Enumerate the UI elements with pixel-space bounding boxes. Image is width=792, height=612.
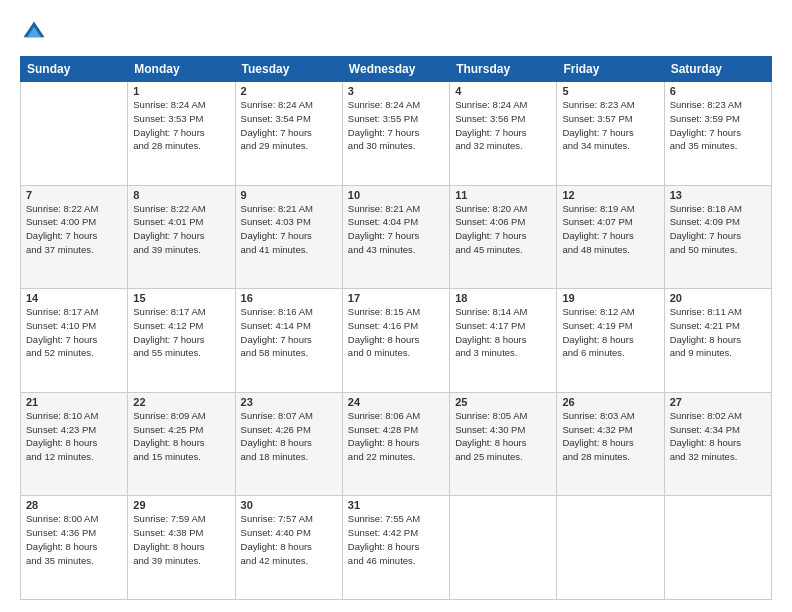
- day-cell: [21, 82, 128, 186]
- day-info: Sunrise: 8:14 AMSunset: 4:17 PMDaylight:…: [455, 305, 551, 360]
- day-cell: 16Sunrise: 8:16 AMSunset: 4:14 PMDayligh…: [235, 289, 342, 393]
- day-info: Sunrise: 8:24 AMSunset: 3:53 PMDaylight:…: [133, 98, 229, 153]
- week-row-4: 21Sunrise: 8:10 AMSunset: 4:23 PMDayligh…: [21, 392, 772, 496]
- day-info: Sunrise: 7:59 AMSunset: 4:38 PMDaylight:…: [133, 512, 229, 567]
- day-number: 29: [133, 499, 229, 511]
- day-cell: 14Sunrise: 8:17 AMSunset: 4:10 PMDayligh…: [21, 289, 128, 393]
- logo: [20, 18, 52, 46]
- day-header-saturday: Saturday: [664, 57, 771, 82]
- day-info: Sunrise: 8:05 AMSunset: 4:30 PMDaylight:…: [455, 409, 551, 464]
- week-row-5: 28Sunrise: 8:00 AMSunset: 4:36 PMDayligh…: [21, 496, 772, 600]
- day-cell: 26Sunrise: 8:03 AMSunset: 4:32 PMDayligh…: [557, 392, 664, 496]
- day-info: Sunrise: 8:24 AMSunset: 3:54 PMDaylight:…: [241, 98, 337, 153]
- day-info: Sunrise: 7:57 AMSunset: 4:40 PMDaylight:…: [241, 512, 337, 567]
- day-info: Sunrise: 8:18 AMSunset: 4:09 PMDaylight:…: [670, 202, 766, 257]
- day-number: 14: [26, 292, 122, 304]
- page: SundayMondayTuesdayWednesdayThursdayFrid…: [0, 0, 792, 612]
- day-info: Sunrise: 8:21 AMSunset: 4:04 PMDaylight:…: [348, 202, 444, 257]
- day-info: Sunrise: 8:10 AMSunset: 4:23 PMDaylight:…: [26, 409, 122, 464]
- day-info: Sunrise: 8:24 AMSunset: 3:55 PMDaylight:…: [348, 98, 444, 153]
- day-info: Sunrise: 8:20 AMSunset: 4:06 PMDaylight:…: [455, 202, 551, 257]
- day-cell: 24Sunrise: 8:06 AMSunset: 4:28 PMDayligh…: [342, 392, 449, 496]
- day-cell: 15Sunrise: 8:17 AMSunset: 4:12 PMDayligh…: [128, 289, 235, 393]
- day-info: Sunrise: 8:06 AMSunset: 4:28 PMDaylight:…: [348, 409, 444, 464]
- day-info: Sunrise: 8:12 AMSunset: 4:19 PMDaylight:…: [562, 305, 658, 360]
- day-cell: 9Sunrise: 8:21 AMSunset: 4:03 PMDaylight…: [235, 185, 342, 289]
- day-cell: 3Sunrise: 8:24 AMSunset: 3:55 PMDaylight…: [342, 82, 449, 186]
- day-info: Sunrise: 8:15 AMSunset: 4:16 PMDaylight:…: [348, 305, 444, 360]
- day-cell: 31Sunrise: 7:55 AMSunset: 4:42 PMDayligh…: [342, 496, 449, 600]
- day-cell: 27Sunrise: 8:02 AMSunset: 4:34 PMDayligh…: [664, 392, 771, 496]
- day-cell: 5Sunrise: 8:23 AMSunset: 3:57 PMDaylight…: [557, 82, 664, 186]
- day-number: 31: [348, 499, 444, 511]
- day-info: Sunrise: 8:19 AMSunset: 4:07 PMDaylight:…: [562, 202, 658, 257]
- day-number: 24: [348, 396, 444, 408]
- day-info: Sunrise: 8:21 AMSunset: 4:03 PMDaylight:…: [241, 202, 337, 257]
- day-header-friday: Friday: [557, 57, 664, 82]
- day-number: 12: [562, 189, 658, 201]
- week-row-1: 1Sunrise: 8:24 AMSunset: 3:53 PMDaylight…: [21, 82, 772, 186]
- day-cell: 29Sunrise: 7:59 AMSunset: 4:38 PMDayligh…: [128, 496, 235, 600]
- calendar-table: SundayMondayTuesdayWednesdayThursdayFrid…: [20, 56, 772, 600]
- day-header-tuesday: Tuesday: [235, 57, 342, 82]
- day-cell: 30Sunrise: 7:57 AMSunset: 4:40 PMDayligh…: [235, 496, 342, 600]
- day-cell: [664, 496, 771, 600]
- day-number: 3: [348, 85, 444, 97]
- day-header-wednesday: Wednesday: [342, 57, 449, 82]
- day-info: Sunrise: 8:09 AMSunset: 4:25 PMDaylight:…: [133, 409, 229, 464]
- day-number: 4: [455, 85, 551, 97]
- day-info: Sunrise: 8:07 AMSunset: 4:26 PMDaylight:…: [241, 409, 337, 464]
- day-cell: 28Sunrise: 8:00 AMSunset: 4:36 PMDayligh…: [21, 496, 128, 600]
- day-number: 27: [670, 396, 766, 408]
- day-cell: 8Sunrise: 8:22 AMSunset: 4:01 PMDaylight…: [128, 185, 235, 289]
- day-number: 18: [455, 292, 551, 304]
- day-info: Sunrise: 8:16 AMSunset: 4:14 PMDaylight:…: [241, 305, 337, 360]
- day-number: 21: [26, 396, 122, 408]
- day-number: 11: [455, 189, 551, 201]
- day-cell: 10Sunrise: 8:21 AMSunset: 4:04 PMDayligh…: [342, 185, 449, 289]
- day-info: Sunrise: 8:24 AMSunset: 3:56 PMDaylight:…: [455, 98, 551, 153]
- day-cell: 20Sunrise: 8:11 AMSunset: 4:21 PMDayligh…: [664, 289, 771, 393]
- day-number: 16: [241, 292, 337, 304]
- day-cell: 18Sunrise: 8:14 AMSunset: 4:17 PMDayligh…: [450, 289, 557, 393]
- day-header-sunday: Sunday: [21, 57, 128, 82]
- day-info: Sunrise: 8:23 AMSunset: 3:57 PMDaylight:…: [562, 98, 658, 153]
- day-cell: [450, 496, 557, 600]
- header: [20, 18, 772, 46]
- day-cell: 23Sunrise: 8:07 AMSunset: 4:26 PMDayligh…: [235, 392, 342, 496]
- day-header-thursday: Thursday: [450, 57, 557, 82]
- day-number: 7: [26, 189, 122, 201]
- day-number: 23: [241, 396, 337, 408]
- day-cell: 7Sunrise: 8:22 AMSunset: 4:00 PMDaylight…: [21, 185, 128, 289]
- day-info: Sunrise: 8:17 AMSunset: 4:12 PMDaylight:…: [133, 305, 229, 360]
- day-cell: 25Sunrise: 8:05 AMSunset: 4:30 PMDayligh…: [450, 392, 557, 496]
- day-cell: 12Sunrise: 8:19 AMSunset: 4:07 PMDayligh…: [557, 185, 664, 289]
- day-number: 13: [670, 189, 766, 201]
- day-number: 28: [26, 499, 122, 511]
- day-number: 25: [455, 396, 551, 408]
- day-cell: 22Sunrise: 8:09 AMSunset: 4:25 PMDayligh…: [128, 392, 235, 496]
- logo-icon: [20, 18, 48, 46]
- day-info: Sunrise: 8:17 AMSunset: 4:10 PMDaylight:…: [26, 305, 122, 360]
- day-cell: 17Sunrise: 8:15 AMSunset: 4:16 PMDayligh…: [342, 289, 449, 393]
- day-cell: 1Sunrise: 8:24 AMSunset: 3:53 PMDaylight…: [128, 82, 235, 186]
- day-number: 26: [562, 396, 658, 408]
- day-number: 1: [133, 85, 229, 97]
- day-number: 19: [562, 292, 658, 304]
- day-number: 8: [133, 189, 229, 201]
- header-row: SundayMondayTuesdayWednesdayThursdayFrid…: [21, 57, 772, 82]
- day-number: 10: [348, 189, 444, 201]
- day-info: Sunrise: 8:22 AMSunset: 4:00 PMDaylight:…: [26, 202, 122, 257]
- day-number: 17: [348, 292, 444, 304]
- day-cell: 2Sunrise: 8:24 AMSunset: 3:54 PMDaylight…: [235, 82, 342, 186]
- day-cell: 13Sunrise: 8:18 AMSunset: 4:09 PMDayligh…: [664, 185, 771, 289]
- day-number: 30: [241, 499, 337, 511]
- day-info: Sunrise: 8:23 AMSunset: 3:59 PMDaylight:…: [670, 98, 766, 153]
- day-info: Sunrise: 8:03 AMSunset: 4:32 PMDaylight:…: [562, 409, 658, 464]
- week-row-2: 7Sunrise: 8:22 AMSunset: 4:00 PMDaylight…: [21, 185, 772, 289]
- day-number: 5: [562, 85, 658, 97]
- day-cell: 6Sunrise: 8:23 AMSunset: 3:59 PMDaylight…: [664, 82, 771, 186]
- day-cell: [557, 496, 664, 600]
- day-number: 22: [133, 396, 229, 408]
- day-info: Sunrise: 8:02 AMSunset: 4:34 PMDaylight:…: [670, 409, 766, 464]
